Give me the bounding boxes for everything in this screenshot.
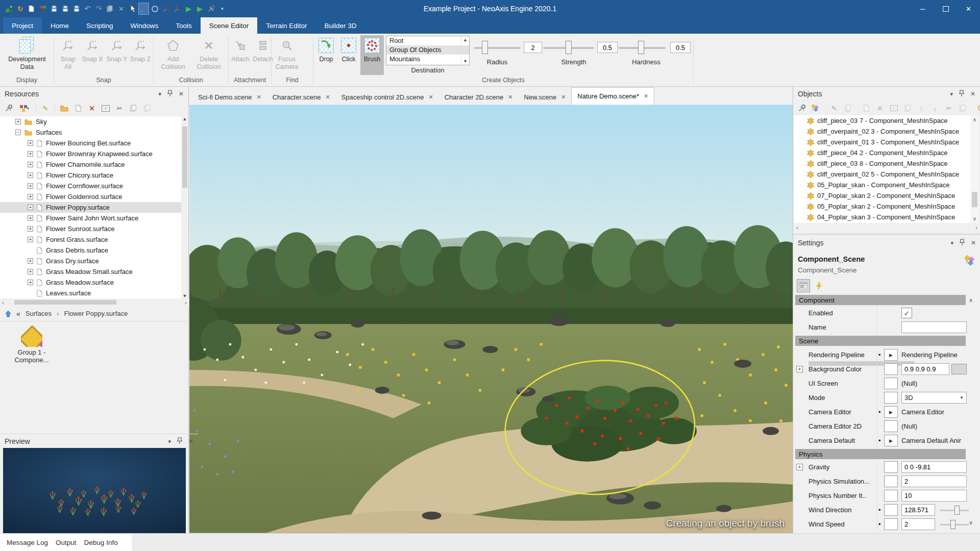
- radius-value-input[interactable]: [524, 42, 542, 53]
- tree-item-surface[interactable]: +Flower Sunroot.surface: [0, 223, 182, 234]
- expand-icon[interactable]: +: [28, 215, 33, 221]
- tree-item-surface[interactable]: +Flower Chamomile.surface: [0, 159, 182, 170]
- chevron-down-icon[interactable]: ▾: [168, 438, 171, 445]
- tree-item-surface[interactable]: +Grass Dry.surface: [0, 256, 182, 266]
- scale-tool-icon[interactable]: [161, 3, 171, 14]
- doc-tab-spaceship-control-2d[interactable]: Spaceship control 2D.scene✕: [336, 90, 439, 105]
- tab-builder-3d[interactable]: Builder 3D: [315, 17, 365, 34]
- destination-item-group-of-objects[interactable]: Group Of Objects: [386, 45, 469, 55]
- object-item[interactable]: cliff_overpaint_02 5 - Component_MeshInS…: [794, 169, 970, 180]
- doc-tab-character-2d[interactable]: Character 2D.scene✕: [439, 90, 519, 105]
- maximize-button[interactable]: [934, 0, 957, 17]
- expand-icon[interactable]: +: [15, 119, 21, 124]
- reference-button[interactable]: [884, 504, 898, 516]
- expand-icon[interactable]: +: [28, 237, 33, 242]
- run-icon[interactable]: ▶: [195, 3, 205, 14]
- tree-item-surface[interactable]: +Flower Chicory.surface: [0, 170, 182, 181]
- transform-tool-icon[interactable]: [173, 3, 182, 14]
- tab-scripting[interactable]: Scripting: [78, 17, 122, 34]
- wind-speed-slider-thumb[interactable]: [950, 520, 955, 529]
- tree-item-surfaces[interactable]: −Surfaces: [0, 127, 182, 138]
- close-icon[interactable]: ✕: [188, 438, 193, 445]
- reference-button[interactable]: [884, 420, 898, 432]
- paste-icon[interactable]: [142, 104, 152, 113]
- resources-vertical-scrollbar[interactable]: ▲ ▼: [181, 116, 188, 298]
- tab-message-log[interactable]: Message Log: [7, 539, 48, 546]
- object-item[interactable]: cliff_piece_03 8 - Component_MeshInSpace: [794, 158, 970, 169]
- tab-output[interactable]: Output: [56, 539, 77, 546]
- tree-item-surface[interactable]: +Grass Meadow.surface: [0, 277, 182, 288]
- tools-icon[interactable]: [797, 104, 806, 113]
- brush-button[interactable]: Brush: [360, 35, 384, 75]
- object-item[interactable]: cliff_piece_03 7 - Component_MeshInSpace: [794, 115, 970, 126]
- undo-icon[interactable]: ↶: [83, 3, 92, 14]
- scroll-down-icon[interactable]: ∨: [973, 216, 976, 221]
- hardness-value-input[interactable]: [670, 42, 691, 53]
- expand-icon[interactable]: +: [28, 194, 33, 199]
- mode-dropdown[interactable]: 3D▼: [901, 392, 967, 404]
- background-color-input[interactable]: [901, 363, 949, 375]
- filter-icon[interactable]: ▾: [18, 104, 31, 113]
- cut-icon[interactable]: ✂: [115, 104, 124, 113]
- expand-icon[interactable]: +: [796, 464, 803, 470]
- destination-scroll-up-icon[interactable]: ▲: [463, 37, 468, 42]
- close-icon[interactable]: ✕: [325, 94, 330, 101]
- scroll-right-icon[interactable]: ›: [185, 299, 187, 306]
- tree-item-surface[interactable]: +Leaves.surface: [0, 288, 182, 298]
- expand-icon[interactable]: +: [28, 258, 33, 264]
- expand-icon[interactable]: +: [28, 151, 33, 157]
- new-resource-icon[interactable]: [74, 104, 83, 113]
- tools-icon[interactable]: [206, 3, 216, 14]
- scroll-down-icon[interactable]: ▼: [181, 293, 188, 298]
- scroll-right-icon[interactable]: ›: [975, 224, 977, 231]
- close-icon[interactable]: ✕: [970, 90, 975, 97]
- group-component-item[interactable]: Group 1 - Compone...: [7, 325, 56, 364]
- events-view-button[interactable]: [813, 280, 825, 292]
- preview-3d-view[interactable]: [3, 448, 186, 533]
- close-icon[interactable]: ✕: [508, 94, 512, 101]
- color-swatch[interactable]: [951, 364, 967, 374]
- tab-debug-info[interactable]: Debug Info: [84, 539, 118, 546]
- tree-item-surface[interactable]: +Flower Cornflower.surface: [0, 181, 182, 191]
- object-item[interactable]: 07_Poplar_skan 2 - Component_MeshInSpace: [794, 190, 970, 201]
- up-arrow-icon[interactable]: [5, 310, 11, 317]
- doc-tab-scifi-demo[interactable]: Sci-fi Demo.scene✕: [192, 90, 267, 105]
- reference-button[interactable]: ▶: [884, 406, 898, 418]
- new-resource-icon[interactable]: [27, 3, 36, 14]
- expand-icon[interactable]: +: [28, 183, 33, 189]
- tree-item-surface[interactable]: +Flower Bouncing Bet.surface: [0, 138, 182, 148]
- radius-slider[interactable]: [474, 47, 521, 49]
- bookmarks-icon[interactable]: [38, 3, 47, 14]
- object-item[interactable]: cliff_piece_04 2 - Component_MeshInSpace: [794, 147, 970, 158]
- tools-icon[interactable]: [4, 104, 13, 113]
- pin-icon[interactable]: [167, 90, 173, 98]
- object-item[interactable]: 04_Poplar_skan 3 - Component_MeshInSpace: [794, 212, 970, 222]
- reference-button[interactable]: [884, 363, 898, 375]
- tab-scene-editor[interactable]: Scene Editor: [201, 17, 257, 34]
- tree-item-surface[interactable]: +Flower Saint John Wort.surface: [0, 213, 182, 223]
- reference-button[interactable]: [884, 378, 898, 389]
- tab-project[interactable]: Project: [3, 17, 42, 34]
- strength-slider-thumb[interactable]: [566, 41, 572, 54]
- refresh-icon[interactable]: ↻: [15, 3, 25, 14]
- object-item[interactable]: cliff_overpaint_01 3 - Component_MeshInS…: [794, 137, 970, 147]
- collapse-icon[interactable]: −: [15, 130, 21, 135]
- reference-button[interactable]: [884, 461, 898, 473]
- object-item[interactable]: 05_Poplar_skan - Component_MeshInSpace: [794, 180, 970, 190]
- move-tool-icon[interactable]: [139, 3, 149, 14]
- wind-speed-input[interactable]: [901, 518, 935, 530]
- properties-view-button[interactable]: [797, 280, 810, 292]
- scroll-left-icon[interactable]: ‹: [796, 224, 798, 231]
- physics-iterations-input[interactable]: [901, 490, 967, 502]
- pin-icon[interactable]: [960, 239, 965, 247]
- physics-simulation-input[interactable]: [901, 475, 967, 487]
- objects-horizontal-scrollbar[interactable]: ‹ ›: [793, 223, 980, 232]
- settings-scroll-up-icon[interactable]: ∧: [969, 297, 973, 304]
- edit-icon[interactable]: ✎: [41, 104, 50, 113]
- drop-button[interactable]: Drop: [315, 35, 337, 75]
- tree-item-surface[interactable]: +Forest Grass.surface: [0, 234, 182, 245]
- destination-scroll-down-icon[interactable]: ▼: [463, 59, 468, 64]
- customize-toolbar-icon[interactable]: ▾: [217, 3, 227, 14]
- destination-list[interactable]: Root Group Of Objects Mountains ▲ ▼: [386, 36, 470, 65]
- object-item[interactable]: cliff_overpaint_02 3 - Component_MeshInS…: [794, 126, 970, 137]
